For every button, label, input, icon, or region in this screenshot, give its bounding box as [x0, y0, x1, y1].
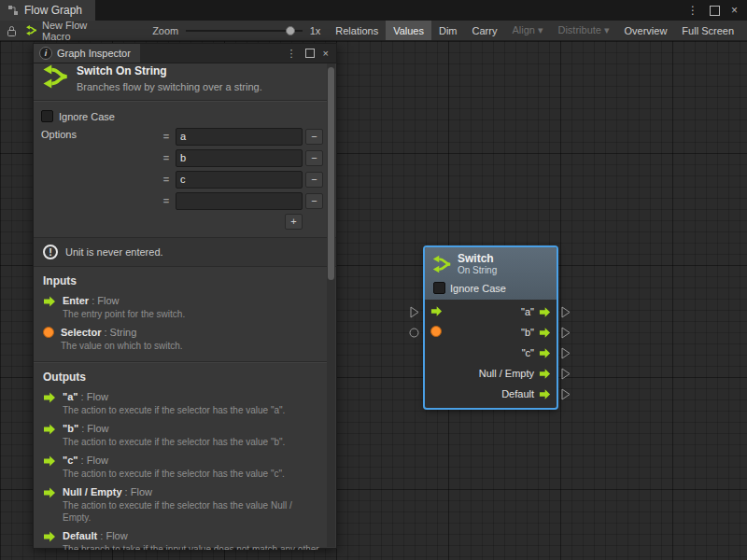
- selector-port-icon[interactable]: [430, 326, 442, 339]
- selector-connector-circle[interactable]: [409, 328, 419, 338]
- option-row: = −: [160, 169, 323, 189]
- enter-port-icon[interactable]: [430, 305, 443, 317]
- switch-on-string-node[interactable]: Switch On String Ignore Case "a" "b": [425, 247, 557, 408]
- port-entry-c: "c" : Flow The action to execute if the …: [43, 454, 321, 480]
- option-row: = −: [160, 147, 323, 168]
- port-name: "c": [63, 455, 78, 466]
- node-output-label: Default: [501, 388, 534, 399]
- output-default-port-icon[interactable]: [539, 388, 551, 400]
- option-input[interactable]: [176, 171, 303, 189]
- inspector-controls: ⋮ ×: [279, 44, 336, 63]
- drag-handle-icon[interactable]: =: [160, 131, 173, 142]
- scrollbar-thumb[interactable]: [328, 67, 334, 280]
- port-entry-a: "a" : Flow The action to execute if the …: [43, 390, 321, 416]
- node-row-a: "a": [425, 301, 557, 322]
- drag-handle-icon[interactable]: =: [160, 152, 173, 163]
- enter-connector-triangle[interactable]: [410, 306, 419, 318]
- lock-icon[interactable]: [6, 24, 18, 37]
- remove-option-button[interactable]: −: [305, 172, 323, 188]
- inspector-scrollbar[interactable]: [327, 63, 335, 547]
- dim-button[interactable]: Dim: [431, 21, 465, 40]
- zoom-value: 1x: [310, 25, 321, 36]
- port-type: : Flow: [122, 486, 152, 497]
- switch-unit-icon: [431, 254, 452, 274]
- remove-option-button[interactable]: −: [305, 193, 323, 209]
- inspector-tab[interactable]: i Graph Inspector: [34, 44, 140, 63]
- inspector-menu-icon[interactable]: ⋮: [287, 48, 297, 60]
- overview-button[interactable]: Overview: [617, 21, 675, 40]
- node-ignore-case-checkbox[interactable]: [433, 282, 445, 294]
- graph-toolbar: New Flow Macro Zoom 1x Relations Values …: [0, 21, 747, 41]
- output-default-connector-triangle[interactable]: [561, 388, 571, 400]
- drag-handle-icon[interactable]: =: [160, 195, 173, 206]
- output-c-connector-triangle[interactable]: [561, 347, 571, 359]
- node-row-c: "c": [425, 343, 557, 363]
- window-maximize-icon[interactable]: [710, 6, 720, 16]
- port-type: : String: [101, 327, 136, 338]
- unit-header: Switch On String Branches flow by switch…: [34, 63, 327, 100]
- port-entry-default: Default : Flow The branch to take if the…: [43, 529, 321, 550]
- zoom-slider-track[interactable]: [186, 30, 302, 32]
- node-body: "a" "b" "c" Null / Empty Default: [425, 300, 557, 408]
- node-output-label: "b": [521, 327, 534, 338]
- port-type: : Flow: [97, 530, 127, 541]
- zoom-slider-handle[interactable]: [286, 26, 295, 35]
- port-name: Default: [63, 530, 97, 541]
- inspector-close-icon[interactable]: ×: [323, 48, 329, 59]
- output-null-empty-connector-triangle[interactable]: [561, 368, 571, 380]
- toolbar-buttons: Relations Values Dim Carry Align ▾ Distr…: [328, 21, 741, 40]
- port-description: The action to execute if the selector ha…: [63, 404, 285, 416]
- add-option-button[interactable]: +: [285, 214, 303, 230]
- window-close-icon[interactable]: ×: [731, 4, 738, 17]
- options-list: = − = − = − =: [160, 126, 323, 230]
- unit-title: Switch On String: [77, 64, 262, 78]
- options-label: Options: [41, 126, 77, 230]
- output-c-port-icon[interactable]: [539, 347, 551, 359]
- inspector-header: i Graph Inspector ⋮ ×: [34, 44, 336, 63]
- flow-port-icon: [43, 423, 56, 436]
- values-button[interactable]: Values: [386, 21, 431, 40]
- inspector-icon: i: [39, 47, 52, 60]
- node-subtitle: On String: [458, 265, 497, 276]
- ignore-case-checkbox[interactable]: [41, 110, 53, 122]
- node-header[interactable]: Switch On String Ignore Case: [425, 247, 557, 300]
- options-row: Options = − = − = −: [41, 126, 323, 230]
- zoom-slider[interactable]: [186, 25, 302, 36]
- drag-handle-icon[interactable]: =: [160, 174, 173, 185]
- output-a-port-icon[interactable]: [539, 306, 551, 318]
- distribute-dropdown-button[interactable]: Distribute ▾: [550, 21, 616, 40]
- option-input[interactable]: [176, 192, 303, 210]
- port-name: "a": [63, 391, 78, 402]
- align-dropdown-button[interactable]: Align ▾: [504, 21, 550, 40]
- remove-option-button[interactable]: −: [305, 150, 323, 166]
- carry-button[interactable]: Carry: [465, 21, 505, 40]
- port-description: The entry point for the switch.: [63, 308, 185, 320]
- remove-option-button[interactable]: −: [305, 129, 323, 145]
- option-input[interactable]: [176, 149, 303, 167]
- option-input[interactable]: [176, 128, 303, 146]
- output-null-empty-port-icon[interactable]: [539, 368, 551, 380]
- string-port-icon: [43, 327, 54, 338]
- flow-port-icon: [43, 295, 56, 308]
- port-name: Null / Empty: [63, 486, 122, 497]
- port-description: The branch to take if the input value do…: [63, 543, 321, 550]
- switch-unit-icon: [41, 63, 69, 91]
- full-screen-button[interactable]: Full Screen: [674, 21, 741, 40]
- port-type: : Flow: [78, 391, 108, 402]
- port-entry-enter: Enter : Flow The entry point for the swi…: [43, 294, 321, 320]
- port-entry-null-empty: Null / Empty : Flow The action to execut…: [43, 485, 321, 524]
- zoom-label: Zoom: [152, 25, 178, 36]
- ignore-case-label: Ignore Case: [59, 111, 115, 122]
- output-a-connector-triangle[interactable]: [561, 306, 571, 318]
- window-tab-label: Flow Graph: [24, 4, 82, 17]
- outputs-section: Outputs "a" : Flow The action to execute…: [34, 363, 327, 550]
- unit-settings: Ignore Case Options = − = −: [34, 102, 327, 237]
- window-menu-icon[interactable]: ⋮: [687, 4, 698, 17]
- window-tab-flow-graph[interactable]: Flow Graph: [0, 0, 95, 21]
- macro-title: New Flow Macro: [25, 20, 113, 42]
- inspector-body: Switch On String Branches flow by switch…: [34, 63, 336, 550]
- output-b-port-icon[interactable]: [539, 327, 551, 339]
- relations-button[interactable]: Relations: [328, 21, 386, 40]
- inspector-maximize-icon[interactable]: [305, 49, 315, 58]
- output-b-connector-triangle[interactable]: [561, 327, 571, 339]
